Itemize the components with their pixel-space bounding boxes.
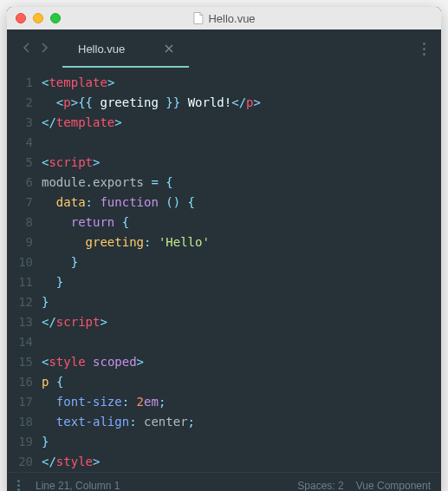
line-number: 3 xyxy=(7,113,33,133)
code-line[interactable]: <template> xyxy=(42,73,441,93)
code-line[interactable]: </template> xyxy=(42,113,441,133)
chevron-right-icon xyxy=(41,42,49,54)
editor-window: Hello.vue Hello.vue 12345678910111213141… xyxy=(7,7,441,491)
tab-label: Hello.vue xyxy=(78,43,125,56)
line-number: 8 xyxy=(7,213,33,232)
line-number: 12 xyxy=(7,292,33,312)
code-line[interactable] xyxy=(42,332,441,352)
status-language[interactable]: Vue Component xyxy=(356,480,431,492)
code-line[interactable]: <p>{{ greeting }} World!</p> xyxy=(42,93,441,113)
window-title: Hello.vue xyxy=(192,12,255,25)
line-number: 14 xyxy=(7,332,33,352)
code-editor[interactable]: 1234567891011121314151617181920 <templat… xyxy=(7,68,441,472)
line-number: 15 xyxy=(7,352,33,372)
zoom-window-button[interactable] xyxy=(50,13,61,23)
code-content[interactable]: <template> <p>{{ greeting }} World!</p><… xyxy=(42,73,441,472)
code-line[interactable]: p { xyxy=(42,372,441,392)
status-menu-button[interactable] xyxy=(17,480,20,491)
line-number: 13 xyxy=(7,312,33,332)
close-icon xyxy=(165,44,173,53)
code-line[interactable]: } xyxy=(42,432,441,452)
tab-bar: Hello.vue xyxy=(7,29,441,68)
code-line[interactable]: <style scoped> xyxy=(42,352,441,372)
line-number: 6 xyxy=(7,173,33,193)
line-number: 20 xyxy=(7,452,33,472)
code-line[interactable]: } xyxy=(42,252,441,272)
line-number: 7 xyxy=(7,193,33,213)
code-line[interactable] xyxy=(42,133,441,153)
document-icon xyxy=(192,12,203,24)
minimize-window-button[interactable] xyxy=(33,13,43,23)
tab-close-button[interactable] xyxy=(165,42,173,56)
line-number-gutter: 1234567891011121314151617181920 xyxy=(7,73,42,472)
tab-active-indicator xyxy=(62,66,189,68)
line-number: 16 xyxy=(7,372,33,392)
titlebar: Hello.vue xyxy=(7,7,441,29)
line-number: 19 xyxy=(7,432,33,452)
nav-forward-button[interactable] xyxy=(36,40,54,58)
line-number: 10 xyxy=(7,252,33,272)
line-number: 11 xyxy=(7,272,33,292)
code-line[interactable]: </style> xyxy=(42,452,441,472)
code-line[interactable]: return { xyxy=(42,213,441,232)
line-number: 1 xyxy=(7,73,33,93)
status-bar: Line 21, Column 1 Spaces: 2 Vue Componen… xyxy=(7,472,441,491)
status-indentation[interactable]: Spaces: 2 xyxy=(297,480,343,492)
traffic-lights xyxy=(16,13,61,23)
code-line[interactable]: } xyxy=(42,272,441,292)
tab-hello-vue[interactable]: Hello.vue xyxy=(62,30,189,67)
chevron-left-icon xyxy=(23,42,30,54)
code-line[interactable]: <script> xyxy=(42,153,441,173)
nav-back-button[interactable] xyxy=(17,40,36,58)
code-line[interactable]: } xyxy=(42,292,441,312)
code-line[interactable]: text-align: center; xyxy=(42,412,441,432)
window-title-text: Hello.vue xyxy=(208,12,255,25)
status-cursor-position[interactable]: Line 21, Column 1 xyxy=(36,480,120,492)
line-number: 9 xyxy=(7,232,33,252)
code-line[interactable]: greeting: 'Hello' xyxy=(42,232,441,252)
line-number: 2 xyxy=(7,93,33,113)
line-number: 17 xyxy=(7,392,33,412)
tab-options-button[interactable] xyxy=(418,43,431,56)
close-window-button[interactable] xyxy=(16,13,26,23)
line-number: 18 xyxy=(7,412,33,432)
code-line[interactable]: font-size: 2em; xyxy=(42,392,441,412)
code-line[interactable]: module.exports = { xyxy=(42,173,441,193)
code-line[interactable]: data: function () { xyxy=(42,193,441,213)
code-line[interactable]: </script> xyxy=(42,312,441,332)
line-number: 4 xyxy=(7,133,33,153)
line-number: 5 xyxy=(7,153,33,173)
